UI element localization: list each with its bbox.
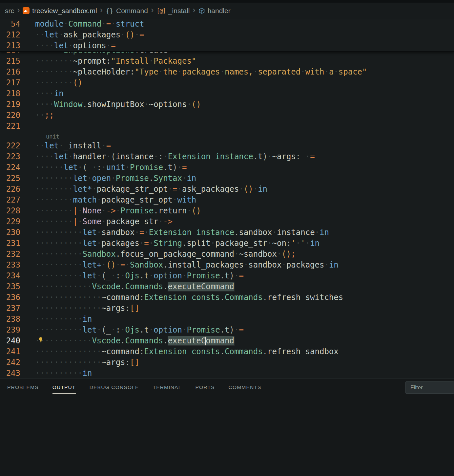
line-content: ········let*·package_str_opt·=·ask_packa… xyxy=(35,184,454,195)
line-content: ··········let+·()·=·Sandbox.install_pack… xyxy=(35,260,454,270)
line-number: 240 xyxy=(0,335,35,346)
code-line-234[interactable]: 234··········let·(_·:·Ojs.t·option·Promi… xyxy=(0,270,454,281)
code-line-241[interactable]: 241··············~command:Extension_cons… xyxy=(0,346,454,357)
code-line-233[interactable]: 233··········let+·()·=·Sandbox.install_p… xyxy=(0,260,454,270)
line-number: 242 xyxy=(0,357,35,368)
code-line-231[interactable]: 231··········let·packages·=·String.split… xyxy=(0,238,454,249)
line-content xyxy=(35,121,454,132)
line-number: 228 xyxy=(0,206,35,216)
code-line-219[interactable]: 219····Window.showInputBox·~options·() xyxy=(0,99,454,110)
line-content: ············Vscode.Commands.executeComma… xyxy=(35,335,454,346)
line-content: ····in xyxy=(35,88,454,99)
panel-tab-debug-console[interactable]: DEBUG CONSOLE xyxy=(90,379,139,396)
code-line-54[interactable]: 54module·Command·=·struct xyxy=(0,19,454,30)
code-line-228[interactable]: 228········|·None·->·Promise.return·() xyxy=(0,206,454,216)
line-number: 231 xyxy=(0,238,35,249)
line-content: ········|·Some·package_str·-> xyxy=(35,216,454,227)
text-cursor xyxy=(205,337,206,345)
code-line-232[interactable]: 232··········Sandbox.focus_on_package_co… xyxy=(0,249,454,260)
code-line-221[interactable]: 221 xyxy=(0,121,454,132)
code-line-226[interactable]: 226········let*·package_str_opt·=·ask_pa… xyxy=(0,184,454,195)
code-line-218[interactable]: 218····in xyxy=(0,88,454,99)
bottom-panel: PROBLEMSOUTPUTDEBUG CONSOLETERMINALPORTS… xyxy=(0,378,454,476)
line-content: ··········let·(_·:·Ojs.t·option·Promise.… xyxy=(35,325,454,335)
code-line-227[interactable]: 227········match·package_str_opt·with xyxy=(0,195,454,206)
attribute-icon: [@] xyxy=(156,8,166,14)
line-number: 222 xyxy=(0,141,35,151)
breadcrumb-item-src[interactable]: src xyxy=(5,7,14,15)
code-line-212[interactable]: 212··let·ask_packages·()·= xyxy=(0,30,454,40)
ocaml-file-icon xyxy=(23,7,30,14)
window-top-edge xyxy=(0,0,454,3)
line-content: ······let·(_·:·unit·Promise.t)·= xyxy=(35,162,454,173)
code-line-223[interactable]: 223····let·handler·(instance·:·Extension… xyxy=(0,151,454,162)
vscode-window: src›treeview_sandbox.ml›{}Command›[@]_in… xyxy=(0,0,454,476)
line-content: ··········in xyxy=(35,314,454,325)
code-line-222[interactable]: 222··let·_install·= xyxy=(0,141,454,151)
panel-tab-comments[interactable]: COMMENTS xyxy=(229,379,261,396)
line-number: 221 xyxy=(0,121,35,132)
line-number: 232 xyxy=(0,249,35,260)
line-content: ··········Sandbox.focus_on_package_comma… xyxy=(35,249,454,260)
code-line-229[interactable]: 229········|·Some·package_str·-> xyxy=(0,216,454,227)
inlay-hint-row[interactable]: unit xyxy=(0,132,454,141)
code-line-213[interactable]: 213····let·options·= xyxy=(0,40,454,51)
breadcrumb-item-install[interactable]: [@]_install xyxy=(156,7,190,15)
line-number: 238 xyxy=(0,314,35,325)
code-line-225[interactable]: 225········let·open·Promise.Syntax·in xyxy=(0,173,454,184)
line-number: 226 xyxy=(0,184,35,195)
code-line-240[interactable]: 240············Vscode.Commands.executeCo… xyxy=(0,335,454,346)
line-number: 215 xyxy=(0,56,35,67)
line-content: ········~placeHolder:"Type·the·packages·… xyxy=(35,67,454,77)
code-line-239[interactable]: 239··········let·(_·:·Ojs.t·option·Promi… xyxy=(0,325,454,335)
code-line-237[interactable]: 237··············~args:[] xyxy=(0,303,454,314)
panel-tab-terminal[interactable]: TERMINAL xyxy=(153,379,182,396)
line-content: ··········in xyxy=(35,368,454,378)
line-content: ··let·_install·= xyxy=(35,141,454,151)
code-line-216[interactable]: 216········~placeHolder:"Type·the·packag… xyxy=(0,67,454,77)
braces-icon: {} xyxy=(106,7,114,15)
chevron-right-icon: › xyxy=(193,6,195,14)
line-number: 225 xyxy=(0,173,35,184)
line-content: ········match·package_str_opt·with xyxy=(35,195,454,206)
line-content: ··············~command:Extension_consts.… xyxy=(35,346,454,357)
line-content: ····Window.showInputBox·~options·() xyxy=(35,99,454,110)
line-content: unit xyxy=(35,132,454,141)
breadcrumb-label: _install xyxy=(168,7,190,15)
cube-icon xyxy=(198,8,205,14)
breadcrumb-label: src xyxy=(5,7,14,15)
line-number: 216 xyxy=(0,67,35,77)
line-number: 217 xyxy=(0,77,35,88)
panel-tab-problems[interactable]: PROBLEMS xyxy=(7,379,39,396)
code-line-235[interactable]: 235············Vscode.Commands.executeCo… xyxy=(0,281,454,292)
code-line-242[interactable]: 242··············~args:[] xyxy=(0,357,454,368)
line-number: 241 xyxy=(0,346,35,357)
line-number: 220 xyxy=(0,110,35,121)
code-line-236[interactable]: 236··············~command:Extension_cons… xyxy=(0,292,454,303)
breadcrumb-item-handler[interactable]: handler xyxy=(198,7,231,15)
breadcrumb-item-command[interactable]: {}Command xyxy=(106,7,148,15)
breadcrumb: src›treeview_sandbox.ml›{}Command›[@]_in… xyxy=(0,3,454,19)
output-filter-input[interactable] xyxy=(405,381,454,394)
line-number: 213 xyxy=(0,40,35,51)
breadcrumb-label: Command xyxy=(116,7,148,15)
code-line-224[interactable]: 224······let·(_·:·unit·Promise.t)·= xyxy=(0,162,454,173)
line-number: 223 xyxy=(0,151,35,162)
code-line-217[interactable]: 217········() xyxy=(0,77,454,88)
panel-tab-output[interactable]: OUTPUT xyxy=(52,379,76,396)
line-number: 219 xyxy=(0,99,35,110)
code-line-215[interactable]: 215········~prompt:"Install·Packages" xyxy=(0,56,454,67)
code-line-220[interactable]: 220··;; xyxy=(0,110,454,121)
line-number: 239 xyxy=(0,325,35,335)
breadcrumb-label: treeview_sandbox.ml xyxy=(32,7,97,15)
line-content: ··············~args:[] xyxy=(35,357,454,368)
code-line-243[interactable]: 243··········in xyxy=(0,368,454,378)
code-line-230[interactable]: 230··········let·sandbox·=·Extension_ins… xyxy=(0,227,454,238)
code-editor[interactable]: 214······InputBoxOptions.create215······… xyxy=(0,19,454,378)
line-content: ··········let·sandbox·=·Extension_instan… xyxy=(35,227,454,238)
breadcrumb-item-treeview-sandbox-ml[interactable]: treeview_sandbox.ml xyxy=(23,7,97,15)
line-content: ········let·open·Promise.Syntax·in xyxy=(35,173,454,184)
panel-tab-ports[interactable]: PORTS xyxy=(195,379,215,396)
code-line-238[interactable]: 238··········in xyxy=(0,314,454,325)
lightbulb-icon[interactable] xyxy=(38,337,44,343)
